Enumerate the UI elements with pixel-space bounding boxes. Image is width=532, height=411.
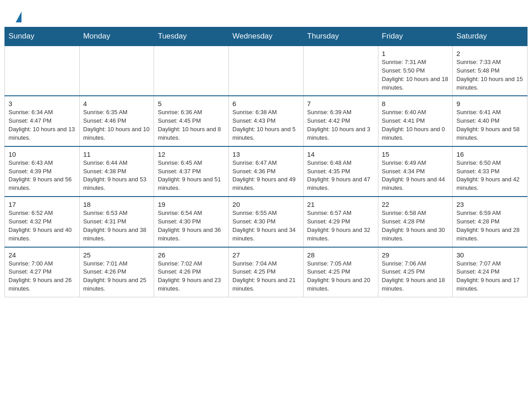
day-info: Sunrise: 6:48 AM Sunset: 4:35 PM Dayligh…	[307, 159, 374, 193]
col-header-wednesday: Wednesday	[229, 27, 304, 46]
day-number: 29	[382, 251, 449, 259]
week-row-2: 3Sunrise: 6:34 AM Sunset: 4:47 PM Daylig…	[5, 96, 528, 146]
calendar-cell: 23Sunrise: 6:59 AM Sunset: 4:28 PM Dayli…	[453, 197, 528, 247]
day-number: 6	[232, 100, 300, 107]
day-info: Sunrise: 6:44 AM Sunset: 4:38 PM Dayligh…	[83, 159, 150, 193]
day-number: 14	[307, 150, 374, 158]
day-number: 22	[382, 201, 449, 208]
day-info: Sunrise: 6:38 AM Sunset: 4:43 PM Dayligh…	[232, 108, 300, 142]
calendar-cell: 3Sunrise: 6:34 AM Sunset: 4:47 PM Daylig…	[5, 96, 80, 146]
calendar-header-row: SundayMondayTuesdayWednesdayThursdayFrid…	[5, 27, 528, 46]
day-number: 11	[83, 150, 150, 158]
day-number: 27	[232, 251, 300, 259]
day-number: 19	[158, 201, 225, 208]
day-number: 26	[158, 251, 225, 259]
calendar-cell: 29Sunrise: 7:06 AM Sunset: 4:25 PM Dayli…	[378, 247, 453, 297]
calendar-wrapper: SundayMondayTuesdayWednesdayThursdayFrid…	[0, 27, 532, 306]
day-info: Sunrise: 6:59 AM Sunset: 4:28 PM Dayligh…	[456, 209, 523, 243]
day-number: 2	[456, 50, 523, 57]
calendar-cell: 14Sunrise: 6:48 AM Sunset: 4:35 PM Dayli…	[303, 146, 378, 197]
day-info: Sunrise: 7:31 AM Sunset: 5:50 PM Dayligh…	[382, 58, 449, 92]
day-info: Sunrise: 6:47 AM Sunset: 4:36 PM Dayligh…	[232, 159, 300, 193]
day-info: Sunrise: 6:58 AM Sunset: 4:28 PM Dayligh…	[382, 209, 449, 243]
calendar-cell	[79, 46, 154, 96]
calendar-cell: 9Sunrise: 6:41 AM Sunset: 4:40 PM Daylig…	[453, 96, 528, 146]
day-number: 5	[158, 100, 225, 107]
calendar-cell	[303, 46, 378, 96]
calendar-cell: 6Sunrise: 6:38 AM Sunset: 4:43 PM Daylig…	[229, 96, 304, 146]
day-number: 24	[9, 251, 76, 259]
day-info: Sunrise: 7:00 AM Sunset: 4:27 PM Dayligh…	[9, 260, 76, 293]
logo-triangle-icon	[16, 12, 21, 22]
day-info: Sunrise: 6:39 AM Sunset: 4:42 PM Dayligh…	[307, 108, 374, 142]
day-number: 10	[9, 150, 76, 158]
col-header-friday: Friday	[378, 27, 453, 46]
day-info: Sunrise: 7:05 AM Sunset: 4:25 PM Dayligh…	[307, 260, 374, 293]
calendar-cell: 22Sunrise: 6:58 AM Sunset: 4:28 PM Dayli…	[378, 197, 453, 247]
calendar-cell: 13Sunrise: 6:47 AM Sunset: 4:36 PM Dayli…	[229, 146, 304, 197]
calendar-cell: 18Sunrise: 6:53 AM Sunset: 4:31 PM Dayli…	[79, 197, 154, 247]
day-info: Sunrise: 6:50 AM Sunset: 4:33 PM Dayligh…	[456, 159, 523, 193]
day-number: 30	[456, 251, 523, 259]
day-number: 18	[83, 201, 150, 208]
day-info: Sunrise: 6:34 AM Sunset: 4:47 PM Dayligh…	[9, 108, 76, 142]
day-info: Sunrise: 6:53 AM Sunset: 4:31 PM Dayligh…	[83, 209, 150, 243]
day-info: Sunrise: 6:41 AM Sunset: 4:40 PM Dayligh…	[456, 108, 523, 142]
calendar-cell: 15Sunrise: 6:49 AM Sunset: 4:34 PM Dayli…	[378, 146, 453, 197]
day-info: Sunrise: 6:54 AM Sunset: 4:30 PM Dayligh…	[158, 209, 225, 243]
day-number: 20	[232, 201, 300, 208]
calendar-cell: 12Sunrise: 6:45 AM Sunset: 4:37 PM Dayli…	[154, 146, 229, 197]
calendar-cell: 2Sunrise: 7:33 AM Sunset: 5:48 PM Daylig…	[453, 46, 528, 96]
day-info: Sunrise: 7:01 AM Sunset: 4:26 PM Dayligh…	[83, 260, 150, 293]
calendar-cell	[154, 46, 229, 96]
calendar-cell: 24Sunrise: 7:00 AM Sunset: 4:27 PM Dayli…	[5, 247, 80, 297]
day-number: 16	[456, 150, 523, 158]
logo	[14, 11, 21, 22]
col-header-saturday: Saturday	[453, 27, 528, 46]
day-number: 15	[382, 150, 449, 158]
calendar-cell: 19Sunrise: 6:54 AM Sunset: 4:30 PM Dayli…	[154, 197, 229, 247]
col-header-monday: Monday	[79, 27, 154, 46]
calendar-cell: 28Sunrise: 7:05 AM Sunset: 4:25 PM Dayli…	[303, 247, 378, 297]
calendar-cell: 4Sunrise: 6:35 AM Sunset: 4:46 PM Daylig…	[79, 96, 154, 146]
day-info: Sunrise: 6:36 AM Sunset: 4:45 PM Dayligh…	[158, 108, 225, 142]
calendar-cell: 17Sunrise: 6:52 AM Sunset: 4:32 PM Dayli…	[5, 197, 80, 247]
calendar-cell: 11Sunrise: 6:44 AM Sunset: 4:38 PM Dayli…	[79, 146, 154, 197]
calendar-cell: 1Sunrise: 7:31 AM Sunset: 5:50 PM Daylig…	[378, 46, 453, 96]
day-info: Sunrise: 6:43 AM Sunset: 4:39 PM Dayligh…	[9, 159, 76, 193]
calendar-cell: 8Sunrise: 6:40 AM Sunset: 4:41 PM Daylig…	[378, 96, 453, 146]
calendar-cell: 10Sunrise: 6:43 AM Sunset: 4:39 PM Dayli…	[5, 146, 80, 197]
day-info: Sunrise: 7:04 AM Sunset: 4:25 PM Dayligh…	[232, 260, 300, 293]
calendar-cell: 16Sunrise: 6:50 AM Sunset: 4:33 PM Dayli…	[453, 146, 528, 197]
day-number: 9	[456, 100, 523, 107]
calendar-cell: 21Sunrise: 6:57 AM Sunset: 4:29 PM Dayli…	[303, 197, 378, 247]
calendar-cell	[229, 46, 304, 96]
day-number: 4	[83, 100, 150, 107]
col-header-thursday: Thursday	[303, 27, 378, 46]
day-number: 8	[382, 100, 449, 107]
day-number: 1	[382, 50, 449, 57]
day-number: 28	[307, 251, 374, 259]
calendar-cell: 5Sunrise: 6:36 AM Sunset: 4:45 PM Daylig…	[154, 96, 229, 146]
day-info: Sunrise: 7:02 AM Sunset: 4:26 PM Dayligh…	[158, 260, 225, 293]
calendar-cell: 27Sunrise: 7:04 AM Sunset: 4:25 PM Dayli…	[229, 247, 304, 297]
week-row-3: 10Sunrise: 6:43 AM Sunset: 4:39 PM Dayli…	[5, 146, 528, 197]
calendar-cell	[5, 46, 80, 96]
week-row-4: 17Sunrise: 6:52 AM Sunset: 4:32 PM Dayli…	[5, 197, 528, 247]
day-info: Sunrise: 6:35 AM Sunset: 4:46 PM Dayligh…	[83, 108, 150, 142]
calendar-cell: 26Sunrise: 7:02 AM Sunset: 4:26 PM Dayli…	[154, 247, 229, 297]
day-info: Sunrise: 6:57 AM Sunset: 4:29 PM Dayligh…	[307, 209, 374, 243]
day-info: Sunrise: 6:45 AM Sunset: 4:37 PM Dayligh…	[158, 159, 225, 193]
day-number: 3	[9, 100, 76, 107]
day-number: 12	[158, 150, 225, 158]
calendar-cell: 25Sunrise: 7:01 AM Sunset: 4:26 PM Dayli…	[79, 247, 154, 297]
calendar-cell: 30Sunrise: 7:07 AM Sunset: 4:24 PM Dayli…	[453, 247, 528, 297]
day-info: Sunrise: 7:06 AM Sunset: 4:25 PM Dayligh…	[382, 260, 449, 293]
page-header	[0, 0, 532, 27]
day-info: Sunrise: 6:52 AM Sunset: 4:32 PM Dayligh…	[9, 209, 76, 243]
day-number: 7	[307, 100, 374, 107]
day-number: 13	[232, 150, 300, 158]
day-info: Sunrise: 6:55 AM Sunset: 4:30 PM Dayligh…	[232, 209, 300, 243]
day-number: 23	[456, 201, 523, 208]
day-number: 17	[9, 201, 76, 208]
